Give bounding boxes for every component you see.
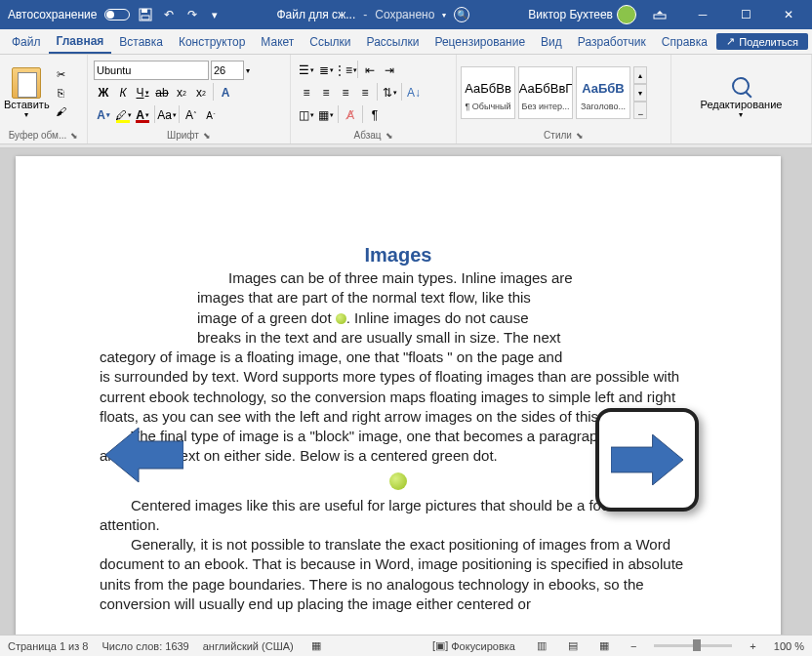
italic-button[interactable]: К xyxy=(113,83,133,102)
print-layout-icon[interactable]: ▤ xyxy=(564,639,582,652)
erase-formatting-button[interactable]: A̸ xyxy=(341,105,360,125)
align-center-button[interactable]: ≡ xyxy=(316,83,336,102)
strike-button[interactable]: ab xyxy=(152,83,172,102)
web-layout-icon[interactable]: ▦ xyxy=(595,639,613,652)
style-name: ¶ Обычный xyxy=(462,102,514,111)
ribbon-options-icon[interactable] xyxy=(640,0,679,29)
doc-title: Images xyxy=(100,244,697,266)
styles-down-icon[interactable]: ▾ xyxy=(633,84,647,102)
focus-label: Фокусировка xyxy=(451,640,515,652)
accessibility-icon[interactable]: ▦ xyxy=(307,639,325,652)
increase-indent-button[interactable]: ⇥ xyxy=(380,61,399,80)
svg-rect-2 xyxy=(142,16,149,20)
zoom-in-button[interactable]: + xyxy=(746,640,759,652)
find-icon xyxy=(732,77,750,95)
underline-button[interactable]: Ч▾ xyxy=(133,83,152,102)
tab-review[interactable]: Рецензирование xyxy=(426,31,533,53)
borders-button[interactable]: ▦▾ xyxy=(316,105,336,125)
tab-developer[interactable]: Разработчик xyxy=(570,31,654,53)
file-name: Файл для сж... xyxy=(276,8,355,21)
font-name-select[interactable] xyxy=(94,61,209,80)
page-indicator[interactable]: Страница 1 из 8 xyxy=(8,640,88,652)
style-name: Без интер... xyxy=(519,102,572,111)
word-count[interactable]: Число слов: 1639 xyxy=(102,640,188,652)
font-color-button[interactable]: A▾ xyxy=(133,105,152,125)
tab-home[interactable]: Главная xyxy=(49,30,112,54)
align-left-button[interactable]: ≡ xyxy=(297,83,316,102)
read-mode-icon[interactable]: ▥ xyxy=(533,639,550,652)
numbering-button[interactable]: ≣▾ xyxy=(316,61,336,80)
maximize-button[interactable]: ☐ xyxy=(726,0,765,29)
shading-button[interactable]: ◫▾ xyxy=(297,105,316,125)
tab-design[interactable]: Конструктор xyxy=(171,31,253,53)
arrow-right-image-selected[interactable] xyxy=(595,408,699,512)
copy-icon[interactable]: ⎘ xyxy=(52,84,71,102)
highlight-button[interactable]: 🖊▾ xyxy=(113,105,133,125)
line-spacing-button[interactable]: ⇅▾ xyxy=(380,83,399,102)
zoom-out-button[interactable]: − xyxy=(627,640,640,652)
justify-button[interactable]: ≡ xyxy=(355,83,375,102)
language-indicator[interactable]: английский (США) xyxy=(203,640,294,652)
style-no-spacing[interactable]: АаБбВвГ Без интер... xyxy=(518,66,573,119)
shrink-font-button[interactable]: A˅ xyxy=(201,105,221,125)
tab-references[interactable]: Ссылки xyxy=(302,31,358,53)
close-button[interactable]: ✕ xyxy=(769,0,808,29)
dialog-launcher-icon[interactable]: ⬊ xyxy=(386,131,393,141)
green-dot-block xyxy=(389,472,407,490)
dialog-launcher-icon[interactable]: ⬊ xyxy=(576,131,584,141)
style-normal[interactable]: АаБбВв ¶ Обычный xyxy=(461,66,515,119)
dialog-launcher-icon[interactable]: ⬊ xyxy=(203,131,211,141)
zoom-slider[interactable] xyxy=(654,644,732,647)
style-sample: АаБбВвГ xyxy=(519,74,572,102)
search-icon[interactable]: 🔍 xyxy=(454,7,469,22)
sort-button[interactable]: A↓ xyxy=(404,83,424,102)
bullets-button[interactable]: ☰▾ xyxy=(297,61,316,80)
tab-layout[interactable]: Макет xyxy=(253,31,302,53)
editing-label: Редактирование xyxy=(701,99,783,110)
paste-icon[interactable] xyxy=(12,67,41,99)
share-label: Поделиться xyxy=(739,36,798,48)
tab-help[interactable]: Справка xyxy=(654,31,715,53)
format-painter-icon[interactable]: 🖌 xyxy=(52,102,71,120)
arrow-left-image xyxy=(105,428,183,482)
text-effects-icon[interactable]: A xyxy=(216,83,235,102)
subscript-button[interactable]: x2 xyxy=(172,83,191,102)
autosave-toggle[interactable] xyxy=(104,9,130,20)
tab-file[interactable]: Файл xyxy=(4,31,49,53)
styles-expand-icon[interactable]: ⎯ xyxy=(633,102,647,119)
styles-up-icon[interactable]: ▴ xyxy=(633,66,647,84)
style-sample: АаБбВв xyxy=(462,74,514,102)
style-heading[interactable]: АаБбВ Заголово... xyxy=(576,66,630,119)
focus-mode-button[interactable]: [▣]Фокусировка xyxy=(428,639,519,652)
share-button[interactable]: ↗ Поделиться xyxy=(716,33,808,50)
grow-font-button[interactable]: A˄ xyxy=(182,105,201,125)
document-area[interactable]: Images Images can be of three main types… xyxy=(0,148,812,635)
avatar[interactable] xyxy=(617,5,636,24)
show-marks-button[interactable]: ¶ xyxy=(365,105,385,125)
align-right-button[interactable]: ≡ xyxy=(336,83,355,102)
saved-status: Сохранено xyxy=(375,8,434,21)
multilevel-button[interactable]: ⋮≡▾ xyxy=(336,61,355,80)
superscript-button[interactable]: x2 xyxy=(191,83,211,102)
cut-icon[interactable]: ✂ xyxy=(52,65,71,83)
bold-button[interactable]: Ж xyxy=(94,83,113,102)
redo-icon[interactable]: ↷ xyxy=(184,7,200,22)
dialog-launcher-icon[interactable]: ⬊ xyxy=(70,131,78,141)
paste-label[interactable]: Вставить xyxy=(4,99,50,110)
user-name[interactable]: Виктор Бухтеев xyxy=(528,8,613,21)
save-icon[interactable] xyxy=(138,7,153,22)
tab-insert[interactable]: Вставка xyxy=(111,31,171,53)
decrease-indent-button[interactable]: ⇤ xyxy=(360,61,380,80)
status-bar: Страница 1 из 8 Число слов: 1639 английс… xyxy=(0,635,812,656)
zoom-level[interactable]: 100 % xyxy=(774,640,804,652)
change-case-button[interactable]: Aa▾ xyxy=(157,105,177,125)
editing-button[interactable]: Редактирование ▾ xyxy=(693,73,791,123)
styles-group-label: Стили xyxy=(544,130,572,141)
paragraph-group-label: Абзац xyxy=(353,130,381,141)
tab-view[interactable]: Вид xyxy=(533,31,570,53)
tab-mailings[interactable]: Рассылки xyxy=(359,31,427,53)
font-size-select[interactable] xyxy=(211,61,244,80)
text-effect-button[interactable]: A▾ xyxy=(94,105,113,125)
minimize-button[interactable]: ─ xyxy=(683,0,722,29)
undo-icon[interactable]: ↶ xyxy=(161,7,177,22)
